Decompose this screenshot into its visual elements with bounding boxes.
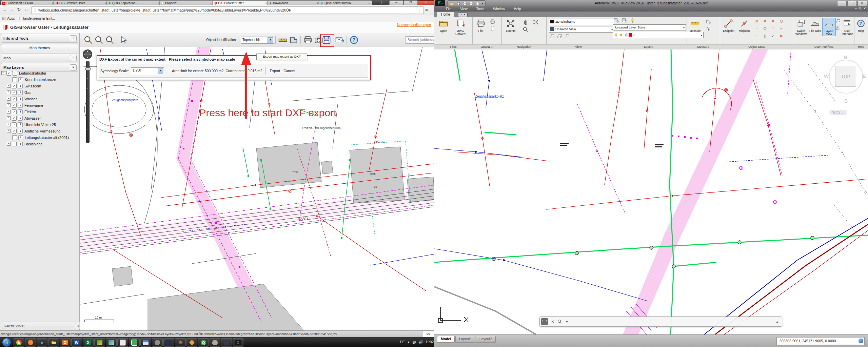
- layer-checkbox-checked[interactable]: ✓: [12, 97, 17, 101]
- bookmark-star-icon[interactable]: ☆: [418, 8, 422, 13]
- viewcube-top-face[interactable]: TOP: [835, 66, 856, 87]
- qat-open-icon[interactable]: [450, 1, 454, 6]
- taskbar-arcmap[interactable]: [94, 338, 105, 347]
- center-snap-icon[interactable]: ⊙: [754, 18, 760, 24]
- ribbon-minimize-icon[interactable]: ▲ ▾: [458, 13, 468, 17]
- expand-node-icon[interactable]: +: [7, 84, 11, 88]
- collapse-sidebar-icon[interactable]: «: [70, 35, 77, 41]
- midpoint-snap-button[interactable]: Midpoint: [737, 18, 752, 33]
- taskbar-dark-app[interactable]: [221, 338, 232, 347]
- help-button[interactable]: Help: [855, 18, 867, 33]
- intersection-snap-icon[interactable]: ✕: [770, 18, 776, 24]
- layer-checkbox-partial[interactable]: ✓: [12, 129, 17, 134]
- doc-close-icon[interactable]: ✕: [863, 7, 866, 11]
- layer-checkbox-checked[interactable]: ✓: [12, 109, 17, 114]
- layer-row-wasser[interactable]: + ✓ i Wasser: [0, 96, 79, 102]
- help-icon[interactable]: [349, 35, 359, 45]
- node-snap-icon[interactable]: ✕: [762, 18, 768, 24]
- layer-info-icon[interactable]: i: [18, 129, 23, 134]
- layer-info-icon[interactable]: i: [18, 97, 23, 101]
- cad-canvas[interactable]: Zeughausparkplatz: [434, 49, 868, 334]
- layer-checkbox-checked[interactable]: ✓: [12, 116, 17, 121]
- layout-tabs-button-active[interactable]: Layout Tabs: [822, 18, 836, 36]
- layer-info-icon[interactable]: i: [18, 84, 23, 88]
- dropdown-arrow-icon[interactable]: ▾: [268, 37, 273, 43]
- display-icon[interactable]: 🖳: [412, 340, 416, 344]
- menu-window[interactable]: Window: [493, 7, 505, 11]
- layout2-tab[interactable]: Layout2: [476, 336, 496, 343]
- taskbar-arccatalog[interactable]: [106, 338, 117, 347]
- tangent-snap-icon[interactable]: ◠: [770, 26, 776, 31]
- endpoint-snap-button[interactable]: Endpoint: [721, 18, 736, 33]
- apps-shortcut[interactable]: Apps: [2, 17, 15, 20]
- layer-info-icon[interactable]: i: [18, 135, 23, 140]
- extension-snap-icon[interactable]: ∠: [770, 33, 776, 39]
- object-identification-select[interactable]: Topmost hit ▾: [241, 37, 274, 44]
- taskbar-fme-workbench[interactable]: [129, 338, 140, 347]
- tab-close-icon[interactable]: ✕: [368, 2, 371, 5]
- layer-info-icon[interactable]: i: [13, 71, 17, 76]
- command-grip-icon[interactable]: ⋮⋮: [541, 318, 548, 325]
- nearest-snap-icon[interactable]: ⬡: [778, 18, 784, 24]
- expand-node-icon[interactable]: +: [7, 110, 11, 114]
- visual-style-select[interactable]: 2D Wireframe ▾: [549, 19, 614, 25]
- tab-downloads[interactable]: Downloads ✕: [267, 0, 321, 5]
- layer-row-swisscom[interactable]: + ✓ i Swisscom: [0, 83, 79, 89]
- parallel-snap-icon[interactable]: ∥: [762, 33, 768, 39]
- taskbar-sql-developer[interactable]: [163, 338, 174, 347]
- layer-info-icon[interactable]: i: [18, 109, 23, 114]
- point-snap-icon[interactable]: ∘: [778, 26, 784, 31]
- measure-area-icon[interactable]: [289, 35, 298, 45]
- map-themes-button[interactable]: Map themes: [1, 44, 78, 52]
- model-tab[interactable]: Model: [437, 336, 455, 343]
- orbit-icon[interactable]: [533, 19, 539, 25]
- layer-row-leitungskataster-alt[interactable]: i Leitungskataster alt (2001): [0, 134, 79, 141]
- layout1-tab[interactable]: Layout1: [455, 336, 475, 343]
- window-restore-button[interactable]: ❐: [847, 1, 857, 6]
- layer-checkbox-checked[interactable]: ✓: [12, 122, 17, 127]
- expand-node-icon[interactable]: +: [7, 103, 11, 107]
- export-button[interactable]: Export: [270, 69, 280, 73]
- menu-tools[interactable]: Tools: [476, 7, 484, 11]
- dropdown-arrow-icon[interactable]: ▾: [158, 68, 163, 74]
- layer-info-icon[interactable]: i: [18, 122, 23, 127]
- taskbar-dwg-trueview[interactable]: D: [233, 338, 243, 347]
- plot-preview-icon[interactable]: [490, 26, 495, 31]
- wcs-dropdown[interactable]: WCS ⌄: [829, 110, 847, 115]
- language-indicator[interactable]: DE: [400, 340, 405, 344]
- home-icon[interactable]: ⌂: [23, 6, 30, 13]
- taskbar-text-editor[interactable]: [117, 338, 128, 347]
- view-cube-icon[interactable]: [550, 34, 555, 39]
- compass-north[interactable]: N: [844, 54, 847, 60]
- terms-of-use-link[interactable]: Nutzungsbedingungen: [397, 23, 431, 27]
- expand-node-icon[interactable]: +: [7, 123, 11, 126]
- command-customize-icon[interactable]: ▾: [564, 318, 570, 325]
- layer-state-manager-icon[interactable]: [613, 18, 619, 23]
- layer-row-gas[interactable]: + ✓ i Gas: [0, 89, 79, 96]
- command-expand-icon[interactable]: ▲: [774, 318, 781, 325]
- volume-icon[interactable]: 🔊: [418, 340, 423, 344]
- geometric-center-snap-icon[interactable]: ⬠: [762, 26, 768, 31]
- id-point-icon[interactable]: [706, 26, 711, 32]
- layer-row-elektro[interactable]: + ✓ i Elektro: [0, 108, 79, 115]
- zoom-slider-track[interactable]: [86, 61, 90, 143]
- map-viewport[interactable]: Zeughausparkplatz Berchtoldstr. Freizeit…: [80, 47, 434, 330]
- command-search-icon[interactable]: [557, 319, 562, 324]
- bookmark-handelsregister[interactable]: Handelsregister Eint...: [17, 17, 55, 20]
- map-zoom-control[interactable]: ▲▼ ◄►: [83, 49, 93, 151]
- layer-checkbox-unchecked[interactable]: [12, 77, 17, 82]
- chrome-menu-icon[interactable]: ≡: [423, 6, 430, 13]
- navigation-bar-icon[interactable]: [557, 34, 562, 39]
- layer-bulb-icon[interactable]: [630, 18, 635, 23]
- qat-dwg-convert-icon[interactable]: [456, 1, 460, 6]
- zoom-next-icon[interactable]: [105, 35, 115, 45]
- application-menu-button[interactable]: ▾: [435, 0, 445, 6]
- tab-bundesamt[interactable]: Bundesamt für Rau ✕: [1, 0, 56, 5]
- compass-east[interactable]: E: [863, 73, 866, 79]
- window-maximize-button[interactable]: ❐: [403, 0, 418, 5]
- doc-restore-icon[interactable]: ⧉: [859, 7, 861, 11]
- collapse-node-icon[interactable]: −: [1, 71, 5, 75]
- ribbon-tab-home[interactable]: Home: [437, 12, 454, 17]
- map-panel-header[interactable]: Map −: [1, 54, 78, 62]
- taskbar-word[interactable]: W: [71, 338, 82, 347]
